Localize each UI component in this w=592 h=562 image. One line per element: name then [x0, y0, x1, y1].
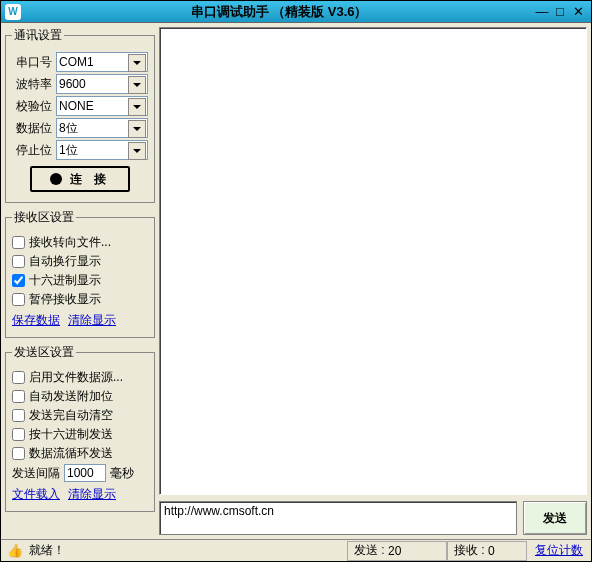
status-ready: 就绪！: [29, 542, 65, 559]
databits-label: 数据位: [12, 120, 52, 137]
hex-send-checkbox[interactable]: [12, 428, 25, 441]
clear-recv-link[interactable]: 清除显示: [68, 312, 116, 329]
auto-extra-label: 自动发送附加位: [29, 388, 113, 405]
send-button[interactable]: 发送: [523, 501, 587, 535]
stopbits-label: 停止位: [12, 142, 52, 159]
thumbs-up-icon: 👍: [7, 543, 23, 558]
loop-send-checkbox[interactable]: [12, 447, 25, 460]
maximize-button[interactable]: □: [551, 4, 569, 20]
left-panel: 通讯设置 串口号 波特率 校验位 数据位 停止位: [5, 27, 155, 535]
interval-label: 发送间隔: [12, 465, 60, 482]
baud-label: 波特率: [12, 76, 52, 93]
parity-select[interactable]: [56, 96, 148, 116]
hex-display-checkbox[interactable]: [12, 274, 25, 287]
auto-clear-label: 发送完自动清空: [29, 407, 113, 424]
connect-label: 连 接: [70, 171, 109, 188]
sent-count: 20: [388, 544, 401, 558]
titlebar: W 串口调试助手 （精装版 V3.6） — □ ✕: [1, 1, 591, 23]
send-settings-group: 发送区设置 启用文件数据源... 自动发送附加位 发送完自动清空 按十六进制发送…: [5, 344, 155, 512]
load-file-link[interactable]: 文件载入: [12, 486, 60, 503]
interval-input[interactable]: [64, 464, 106, 482]
reset-count-link[interactable]: 复位计数: [527, 542, 591, 559]
recv-count: 0: [488, 544, 495, 558]
recv-legend: 接收区设置: [12, 209, 76, 226]
file-src-label: 启用文件数据源...: [29, 369, 123, 386]
file-src-checkbox[interactable]: [12, 371, 25, 384]
window-controls: — □ ✕: [533, 4, 587, 20]
auto-clear-checkbox[interactable]: [12, 409, 25, 422]
pause-recv-checkbox[interactable]: [12, 293, 25, 306]
parity-label: 校验位: [12, 98, 52, 115]
recv-settings-group: 接收区设置 接收转向文件... 自动换行显示 十六进制显示 暂停接收显示 保存数…: [5, 209, 155, 338]
auto-wrap-checkbox[interactable]: [12, 255, 25, 268]
client-area: 通讯设置 串口号 波特率 校验位 数据位 停止位: [1, 23, 591, 539]
loop-send-label: 数据流循环发送: [29, 445, 113, 462]
auto-wrap-label: 自动换行显示: [29, 253, 101, 270]
hex-display-label: 十六进制显示: [29, 272, 101, 289]
hex-send-label: 按十六进制发送: [29, 426, 113, 443]
port-label: 串口号: [12, 54, 52, 71]
connect-button[interactable]: 连 接: [30, 166, 130, 192]
right-panel: http://www.cmsoft.cn 发送: [159, 27, 587, 535]
status-circle-icon: [50, 173, 62, 185]
send-textarea[interactable]: http://www.cmsoft.cn: [159, 501, 517, 535]
port-select[interactable]: [56, 52, 148, 72]
app-icon: W: [5, 4, 21, 20]
minimize-button[interactable]: —: [533, 4, 551, 20]
recv-to-file-checkbox[interactable]: [12, 236, 25, 249]
save-data-link[interactable]: 保存数据: [12, 312, 60, 329]
comm-settings-group: 通讯设置 串口号 波特率 校验位 数据位 停止位: [5, 27, 155, 203]
recv-to-file-label: 接收转向文件...: [29, 234, 111, 251]
stopbits-select[interactable]: [56, 140, 148, 160]
main-window: W 串口调试助手 （精装版 V3.6） — □ ✕ 通讯设置 串口号 波特率 校…: [0, 0, 592, 562]
databits-select[interactable]: [56, 118, 148, 138]
close-button[interactable]: ✕: [569, 4, 587, 20]
window-title: 串口调试助手 （精装版 V3.6）: [25, 3, 533, 21]
comm-legend: 通讯设置: [12, 27, 64, 44]
receive-textarea[interactable]: [159, 27, 587, 495]
interval-unit: 毫秒: [110, 465, 134, 482]
send-legend: 发送区设置: [12, 344, 76, 361]
sent-count-cell: 发送 : 20: [347, 541, 447, 561]
clear-send-link[interactable]: 清除显示: [68, 486, 116, 503]
baud-select[interactable]: [56, 74, 148, 94]
auto-extra-checkbox[interactable]: [12, 390, 25, 403]
pause-recv-label: 暂停接收显示: [29, 291, 101, 308]
recv-count-cell: 接收 : 0: [447, 541, 527, 561]
status-bar: 👍 就绪！ 发送 : 20 接收 : 0 复位计数: [1, 539, 591, 561]
